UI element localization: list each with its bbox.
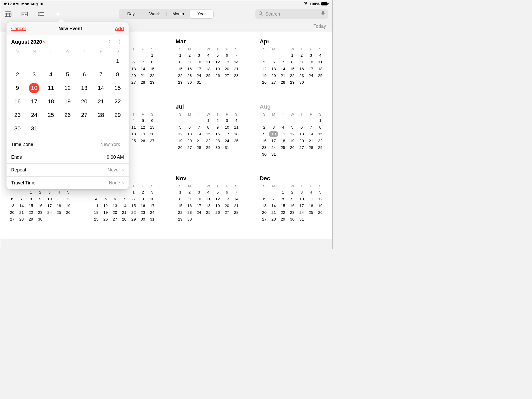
add-button[interactable]: Add [115,26,124,31]
svg-rect-16 [322,11,324,14]
battery-icon [321,2,329,5]
date-cell[interactable]: 30 [9,122,26,135]
svg-point-10 [39,15,39,16]
seg-month[interactable]: Month [167,10,190,18]
date-cell[interactable]: 4 [43,68,59,81]
cancel-button[interactable]: Cancel [11,26,26,31]
month-name: Jul [176,103,241,110]
month-block[interactable]: AprSMTWTFS123456789101112131415161718192… [260,38,325,96]
search-field[interactable]: Search [255,9,328,19]
ends-label: Ends [11,155,22,160]
seg-year[interactable]: Year [190,10,213,18]
search-icon [258,11,263,17]
view-segmented-control: Day Week Month Year [119,9,214,19]
new-event-popover: Cancel New Event Add August 2020 › 〈 〉 S… [6,22,129,189]
date-cell[interactable]: 3 [26,68,42,81]
date-cell[interactable]: 26 [59,108,76,122]
popover-title: New Event [58,26,82,31]
date-cell[interactable]: 29 [109,108,126,122]
svg-line-15 [262,14,263,16]
date-cell[interactable]: 6 [76,68,92,81]
date-cell [59,54,76,68]
date-cell [59,122,76,135]
month-block[interactable]: JulSMTWTFS123456789101112131415161718192… [176,103,241,168]
battery-percent: 100% [310,2,320,6]
date-cell [76,122,92,135]
date-cell[interactable]: 25 [43,108,59,122]
seg-week[interactable]: Week [143,10,166,18]
month-block[interactable]: NovSMTWTFS123456789101112131415161718192… [176,175,241,233]
list-icon[interactable] [38,11,45,17]
popover-calendar: 1234567891011121314151617181920212223242… [6,54,129,138]
date-cell[interactable]: 17 [26,95,42,108]
date-cell[interactable]: 12 [59,81,76,95]
date-cell[interactable]: 18 [43,95,59,108]
date-cell [26,54,42,68]
date-cell[interactable]: 14 [92,81,109,95]
month-name: Nov [176,175,241,182]
timezone-label: Time Zone [11,142,33,147]
date-cell[interactable]: 11 [43,81,59,95]
wifi-icon [303,2,308,6]
popover-month-label[interactable]: August 2020 › [11,39,45,45]
repeat-label: Repeat [11,167,26,173]
search-placeholder: Search [265,11,319,17]
date-cell[interactable]: 7 [92,68,109,81]
month-block[interactable]: AugSMTWTFS123456789101112131415161718192… [260,103,325,168]
date-cell [92,122,109,135]
date-cell [76,54,92,68]
date-cell[interactable]: 27 [76,108,92,122]
calendar-icon[interactable] [4,11,12,17]
seg-day[interactable]: Day [119,10,143,18]
inbox-icon[interactable] [21,11,28,17]
travel-label: Travel Time [11,180,35,186]
travel-row[interactable]: Travel Time None› [6,176,129,189]
timezone-row[interactable]: Time Zone New York› [6,138,129,151]
date-cell[interactable]: 21 [92,95,109,108]
date-cell[interactable]: 19 [59,95,76,108]
date-cell [109,122,126,135]
next-month-button[interactable]: 〉 [118,38,124,46]
date-cell[interactable]: 2 [9,68,26,81]
month-name: Mar [176,38,241,45]
month-name: Dec [260,175,325,182]
date-cell[interactable]: 5 [59,68,76,81]
month-block[interactable]: DecSMTWTFS123456789101112131415161718192… [260,175,325,233]
chevron-right-icon: › [122,142,124,148]
date-cell[interactable]: 28 [92,108,109,122]
date-cell[interactable]: 31 [26,122,42,135]
toolbar: Day Week Month Year Search [0,6,332,22]
date-cell [43,122,59,135]
date-cell [92,54,109,68]
prev-month-button[interactable]: 〈 [105,38,111,46]
date-cell[interactable]: 22 [109,95,126,108]
repeat-row[interactable]: Repeat Never› [6,163,129,176]
date-cell[interactable]: 24 [26,108,42,122]
month-name: Apr [260,38,325,45]
status-time: 8:12 AM [4,2,19,6]
mic-icon[interactable] [321,11,325,17]
date-cell[interactable]: 16 [9,95,26,108]
svg-point-8 [39,14,39,15]
date-cell[interactable]: 8 [109,68,126,81]
popover-weekday-header: SMTWTFS [6,47,129,54]
date-cell [9,54,26,68]
date-cell[interactable]: 10 [26,81,42,95]
chevron-right-icon: › [122,180,124,186]
chevron-right-icon: › [122,167,124,173]
svg-point-14 [259,12,262,15]
date-cell[interactable]: 13 [76,81,92,95]
month-block[interactable]: MarSMTWTFS123456789101112131415161718192… [176,38,241,96]
today-button[interactable]: Today [314,24,326,29]
date-cell[interactable]: 15 [109,81,126,95]
status-date: Mon Aug 10 [21,2,43,6]
svg-point-6 [39,12,39,13]
chevron-right-icon: › [43,39,45,45]
plus-icon[interactable] [54,11,62,17]
date-cell[interactable]: 9 [9,81,26,95]
date-cell[interactable]: 1 [109,54,126,68]
month-name: Aug [260,103,325,110]
ends-row[interactable]: Ends 9:00 AM [6,151,129,163]
date-cell[interactable]: 23 [9,108,26,122]
date-cell[interactable]: 20 [76,95,92,108]
